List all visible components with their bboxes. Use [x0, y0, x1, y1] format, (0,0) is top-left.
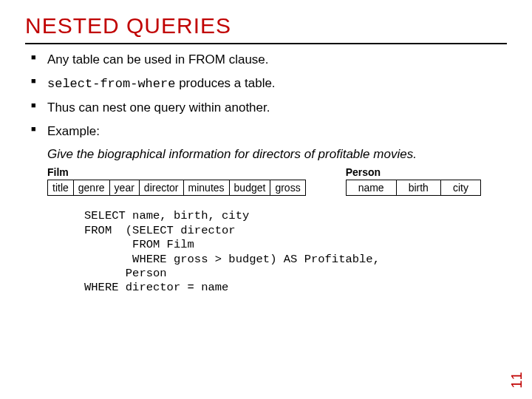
film-table-block: Film title genre year director minutes b… [47, 166, 306, 196]
title-divider [25, 43, 507, 44]
inline-code: select-from-where [47, 77, 175, 91]
person-table: name birth city [346, 180, 481, 196]
bullet-list: Any table can be used in FROM clause. se… [25, 52, 507, 140]
film-table-label: Film [47, 166, 306, 178]
film-col: genre [73, 180, 109, 196]
person-col: name [346, 180, 396, 196]
bullet-text: produces a table. [175, 76, 275, 90]
page-title: NESTED QUERIES [25, 13, 507, 38]
sql-code-block: SELECT name, birth, city FROM (SELECT di… [84, 209, 507, 295]
person-table-block: Person name birth city [346, 166, 481, 196]
film-col: budget [229, 180, 270, 196]
bullet-item: Thus can nest one query within another. [31, 100, 507, 116]
example-description: Give the biographical information for di… [47, 147, 507, 162]
film-col: title [48, 180, 74, 196]
film-col: minutes [183, 180, 229, 196]
film-table: title genre year director minutes budget… [47, 180, 306, 196]
bullet-item: select-from-where produces a table. [31, 75, 507, 92]
page-number: 11 [508, 372, 525, 388]
film-col: gross [270, 180, 305, 196]
bullet-item: Example: [31, 123, 507, 140]
bullet-item: Any table can be used in FROM clause. [31, 52, 507, 68]
person-col: birth [396, 180, 440, 196]
person-table-label: Person [346, 166, 481, 178]
film-col: year [109, 180, 139, 196]
schema-tables-row: Film title genre year director minutes b… [47, 166, 507, 196]
film-col: director [139, 180, 183, 196]
person-col: city [440, 180, 480, 196]
